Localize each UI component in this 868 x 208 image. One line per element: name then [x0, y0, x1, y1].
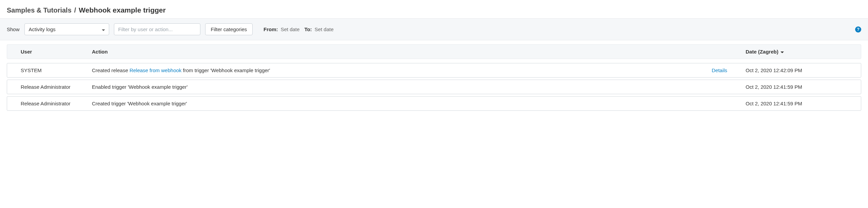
row-user: Release Administrator	[7, 101, 92, 106]
details-link[interactable]: Details	[712, 67, 727, 73]
table-row: Release Administrator Created trigger 'W…	[7, 96, 861, 111]
header-date[interactable]: Date (Zagreb)	[746, 49, 861, 55]
row-action: Created trigger 'Webhook example trigger…	[92, 101, 712, 106]
header-user: User	[7, 49, 92, 55]
to-date[interactable]: Set date	[315, 26, 334, 32]
row-user: Release Administrator	[7, 84, 92, 90]
help-icon[interactable]: ?	[855, 26, 861, 33]
row-date: Oct 2, 2020 12:42:09 PM	[739, 67, 861, 73]
table-row: Release Administrator Enabled trigger 'W…	[7, 80, 861, 94]
row-user: SYSTEM	[7, 67, 92, 73]
header-date-label: Date (Zagreb)	[746, 49, 778, 55]
sort-desc-icon	[781, 49, 784, 55]
to-label: To:	[304, 26, 312, 32]
show-label: Show	[7, 26, 20, 32]
row-action: Created release Release from webhook fro…	[92, 67, 712, 73]
row-action: Enabled trigger 'Webhook example trigger…	[92, 84, 712, 90]
table-header: User Action Date (Zagreb)	[7, 44, 861, 59]
breadcrumb: Samples & Tutorials / Webhook example tr…	[0, 0, 868, 18]
show-select[interactable]: Activity logs	[24, 23, 109, 35]
from-label: From:	[263, 26, 278, 32]
breadcrumb-separator: /	[74, 6, 76, 14]
breadcrumb-parent[interactable]: Samples & Tutorials	[7, 6, 72, 14]
filter-categories-button[interactable]: Filter categories	[205, 23, 253, 35]
breadcrumb-current: Webhook example trigger	[79, 6, 165, 14]
filter-bar: Show Activity logs Filter categories Fro…	[0, 18, 868, 40]
release-link[interactable]: Release from webhook	[130, 67, 181, 73]
show-select-value: Activity logs	[29, 26, 56, 32]
activity-table: User Action Date (Zagreb) SYSTEM Created…	[0, 40, 868, 117]
row-date: Oct 2, 2020 12:41:59 PM	[739, 84, 861, 90]
from-date[interactable]: Set date	[281, 26, 300, 32]
row-date: Oct 2, 2020 12:41:59 PM	[739, 101, 861, 106]
header-action: Action	[92, 49, 712, 55]
filter-input[interactable]	[114, 23, 200, 35]
table-row: SYSTEM Created release Release from webh…	[7, 63, 861, 78]
